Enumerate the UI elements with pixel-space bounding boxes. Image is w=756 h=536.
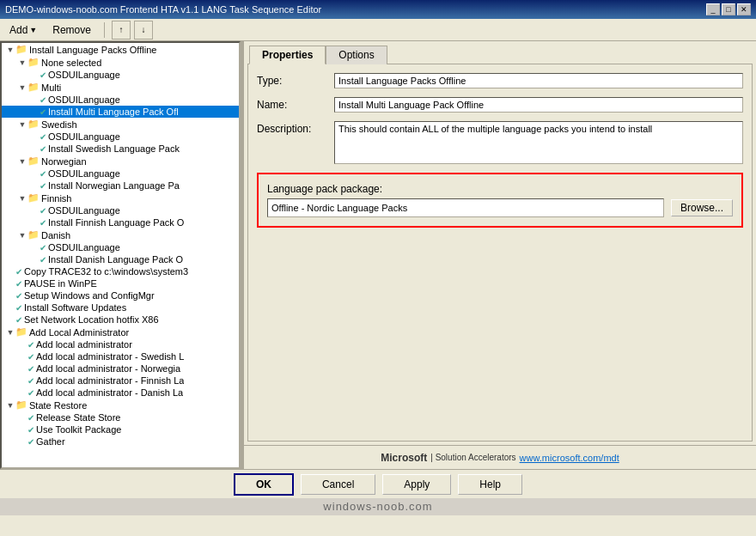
tab-bar: Properties Options	[244, 41, 756, 64]
watermark-text: windows-noob.com	[323, 500, 432, 513]
mdt-link[interactable]: www.microsoft.com/mdt	[520, 453, 619, 463]
footer-logo: Microsoft | Solution Accelerators www.mi…	[244, 445, 756, 469]
tree-item[interactable]: ✔OSDUILanguage	[2, 204, 239, 216]
tree-item[interactable]: ▼📁Install Language Packs Offline	[2, 43, 239, 56]
name-input[interactable]	[334, 97, 743, 113]
tree-item[interactable]: ✔Add local administrator - Finnish La	[2, 375, 239, 387]
tree-item-label: OSDUILanguage	[48, 131, 120, 142]
add-dropdown-icon[interactable]: ▼	[29, 26, 37, 34]
tree-item[interactable]: ▼📁Finnish	[2, 192, 239, 204]
task-icon: ✔	[15, 291, 22, 301]
main-content: ▼📁Install Language Packs Offline▼📁None s…	[0, 41, 756, 469]
remove-label: Remove	[52, 24, 91, 36]
type-label: Type:	[257, 73, 334, 87]
toolbar-separator	[104, 22, 105, 38]
tree-item[interactable]: ✔Add local administrator - Norwegia	[2, 362, 239, 375]
tree-item-label: Swedish	[41, 119, 77, 130]
remove-button[interactable]: Remove	[46, 21, 97, 39]
tree-item-label: Setup Windows and ConfigMgr	[24, 290, 155, 301]
tree-item[interactable]: ✔Release State Store	[2, 411, 239, 423]
type-input[interactable]	[334, 73, 743, 88]
ok-button[interactable]: OK	[234, 473, 294, 496]
folder-icon: 📁	[15, 399, 27, 411]
tree-item-label: PAUSE in WinPE	[24, 278, 97, 289]
tree-item[interactable]: ✔Copy TRACE32 to c:\windows\system3	[2, 265, 239, 277]
folder-icon: 📁	[27, 57, 40, 68]
tree-item[interactable]: ✔PAUSE in WinPE	[2, 277, 239, 289]
maximize-button[interactable]: □	[722, 3, 735, 15]
tree-item[interactable]: ▼📁Swedish	[2, 118, 239, 131]
tree-item[interactable]: ✔Set Network Location hotfix X86	[2, 314, 239, 326]
tree-item-label: Install Finnish Language Pack O	[48, 217, 184, 228]
task-icon: ✔	[27, 364, 34, 374]
tree-item[interactable]: ✔OSDUILanguage	[2, 94, 239, 106]
help-button[interactable]: Help	[458, 474, 522, 495]
tree-item[interactable]: ✔Install Swedish Language Pack	[2, 143, 239, 155]
tab-properties[interactable]: Properties	[249, 46, 326, 64]
folder-icon: 📁	[27, 192, 40, 204]
tree-item[interactable]: ✔Install Norwegian Language Pa	[2, 180, 239, 192]
tree-item-label: Norwegian	[41, 156, 87, 167]
tree-item[interactable]: ✔Install Software Updates	[2, 302, 239, 314]
tree-item[interactable]: ✔Gather	[2, 436, 239, 448]
browse-button[interactable]: Browse...	[671, 199, 733, 216]
apply-button[interactable]: Apply	[382, 474, 451, 495]
description-input[interactable]	[334, 121, 743, 164]
task-icon: ✔	[40, 206, 46, 216]
tree-item[interactable]: ✔OSDUILanguage	[2, 131, 239, 143]
task-icon: ✔	[40, 132, 46, 142]
minimize-button[interactable]: _	[706, 3, 720, 15]
tree-item-label: Finnish	[41, 193, 71, 204]
task-icon: ✔	[40, 218, 46, 228]
task-icon: ✔	[27, 340, 34, 350]
lang-pack-input[interactable]	[267, 198, 664, 217]
tree-item-label: Release State Store	[36, 412, 120, 423]
tree-item[interactable]: ✔OSDUILanguage	[2, 241, 239, 253]
tree-item[interactable]: ▼📁Multi	[2, 81, 239, 94]
tab-options[interactable]: Options	[326, 46, 387, 64]
task-icon: ✔	[27, 413, 34, 423]
expand-icon: ▼	[17, 83, 27, 92]
task-icon: ✔	[15, 303, 22, 313]
tree-item[interactable]: ▼📁Norwegian	[2, 155, 239, 168]
task-icon: ✔	[40, 181, 46, 191]
toolbar: Add ▼ Remove ↑ ↓	[0, 19, 756, 41]
tree-item[interactable]: ▼📁State Restore	[2, 399, 239, 411]
tree-item-label: Add local administrator - Finnish La	[36, 375, 184, 386]
task-sequence-tree[interactable]: ▼📁Install Language Packs Offline▼📁None s…	[0, 41, 241, 469]
tree-item[interactable]: ✔Install Danish Language Pack O	[2, 253, 239, 265]
tree-item[interactable]: ▼📁None selected	[2, 56, 239, 69]
tree-item[interactable]: ✔Install Multi Language Pack Ofl	[2, 106, 239, 118]
title-bar-controls[interactable]: _ □ ✕	[706, 3, 751, 15]
tree-item[interactable]: ▼📁Add Local Administrator	[2, 326, 239, 338]
title-bar-title: DEMO-windows-noob.com Frontend HTA v1.1 …	[5, 4, 321, 15]
tree-item[interactable]: ✔Add local administrator - Swedish L	[2, 350, 239, 362]
expand-icon: ▼	[17, 194, 27, 203]
tree-item-label: Use Toolkit Package	[36, 424, 121, 435]
task-icon: ✔	[27, 388, 34, 398]
tree-item-label: Copy TRACE32 to c:\windows\system3	[24, 266, 188, 277]
tree-item-label: Install Norwegian Language Pa	[48, 180, 180, 191]
tree-item[interactable]: ✔OSDUILanguage	[2, 69, 239, 81]
close-button[interactable]: ✕	[737, 3, 751, 15]
folder-icon: 📁	[15, 44, 27, 55]
tree-item[interactable]: ✔Use Toolkit Package	[2, 423, 239, 436]
tree-item[interactable]: ✔Setup Windows and ConfigMgr	[2, 289, 239, 302]
expand-icon: ▼	[5, 46, 15, 54]
name-label: Name:	[257, 97, 334, 111]
add-button[interactable]: Add ▼	[3, 21, 43, 39]
cancel-button[interactable]: Cancel	[301, 474, 375, 495]
tree-item-label: OSDUILanguage	[48, 94, 120, 105]
task-icon: ✔	[40, 70, 46, 80]
tree-item-label: Add Local Administrator	[29, 327, 129, 338]
tree-item[interactable]: ✔Add local administrator - Danish La	[2, 387, 239, 399]
title-bar: DEMO-windows-noob.com Frontend HTA v1.1 …	[0, 0, 756, 19]
tree-item[interactable]: ▼📁Danish	[2, 228, 239, 241]
move-up-button[interactable]: ↑	[112, 21, 131, 40]
tree-item-label: OSDUILanguage	[48, 205, 120, 216]
move-down-button[interactable]: ↓	[134, 21, 153, 40]
tree-item[interactable]: ✔OSDUILanguage	[2, 168, 239, 180]
tree-item[interactable]: ✔Install Finnish Language Pack O	[2, 216, 239, 228]
folder-icon: 📁	[27, 82, 40, 93]
tree-item[interactable]: ✔Add local administrator	[2, 338, 239, 350]
